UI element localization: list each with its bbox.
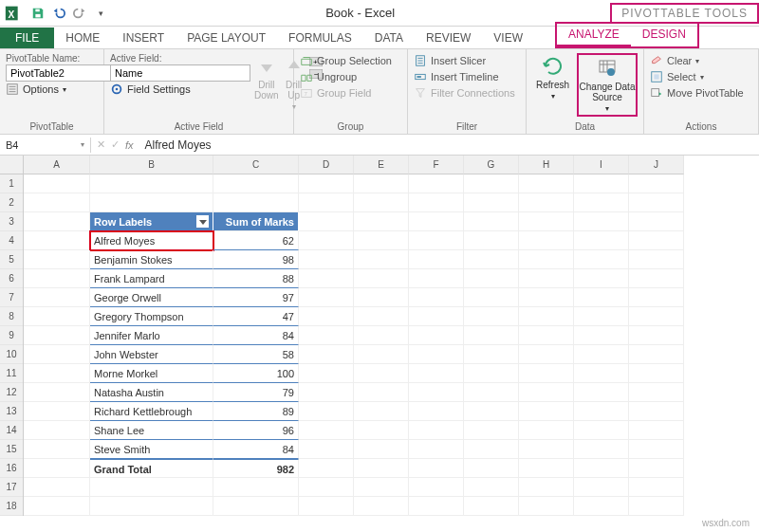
cell[interactable] — [629, 326, 684, 345]
row-header-4[interactable]: 4 — [0, 231, 23, 250]
cell[interactable] — [574, 421, 629, 440]
cell[interactable] — [299, 497, 354, 516]
pivot-row-value[interactable]: 62 — [213, 231, 299, 250]
cell[interactable] — [464, 497, 519, 516]
cell[interactable] — [409, 478, 464, 497]
cell[interactable] — [299, 269, 354, 288]
active-field-input[interactable] — [110, 64, 250, 82]
formula-input[interactable]: Alfred Moyes — [139, 137, 759, 154]
cell[interactable] — [354, 174, 409, 193]
row-header-14[interactable]: 14 — [0, 421, 23, 440]
cell[interactable] — [574, 364, 629, 383]
pivot-row-value[interactable]: 47 — [213, 307, 299, 326]
row-header-13[interactable]: 13 — [0, 402, 23, 421]
cell[interactable] — [354, 250, 409, 269]
cell[interactable] — [354, 497, 409, 516]
cell[interactable] — [90, 193, 213, 212]
column-header-J[interactable]: J — [629, 156, 684, 174]
enter-icon[interactable]: ✓ — [111, 138, 120, 151]
tab-home[interactable]: HOME — [54, 28, 111, 48]
tab-design[interactable]: DESIGN — [631, 24, 697, 46]
cell[interactable] — [409, 345, 464, 364]
column-header-G[interactable]: G — [464, 156, 519, 174]
cell[interactable] — [574, 383, 629, 402]
cell[interactable] — [629, 250, 684, 269]
cell[interactable] — [24, 250, 90, 269]
grand-total-label[interactable]: Grand Total — [90, 459, 213, 478]
row-header-16[interactable]: 16 — [0, 459, 23, 478]
cell[interactable] — [629, 497, 684, 516]
cell[interactable] — [574, 459, 629, 478]
cell[interactable] — [464, 402, 519, 421]
cell[interactable] — [354, 402, 409, 421]
pivot-row-value[interactable]: 84 — [213, 326, 299, 345]
cell[interactable] — [409, 269, 464, 288]
cell[interactable] — [574, 440, 629, 459]
cell[interactable] — [574, 326, 629, 345]
pivot-row-value[interactable]: 98 — [213, 250, 299, 269]
cell[interactable] — [24, 421, 90, 440]
cell[interactable] — [464, 269, 519, 288]
pivot-row-label[interactable]: Frank Lampard — [90, 269, 213, 288]
filter-dropdown-icon[interactable] — [196, 215, 209, 228]
row-header-2[interactable]: 2 — [0, 193, 23, 212]
pivot-row-label[interactable]: Gregory Thompson — [90, 307, 213, 326]
cell[interactable] — [409, 288, 464, 307]
cell[interactable] — [213, 478, 299, 497]
cell[interactable] — [629, 174, 684, 193]
cell[interactable] — [354, 231, 409, 250]
cell[interactable] — [299, 421, 354, 440]
cell[interactable] — [629, 193, 684, 212]
cell[interactable] — [299, 212, 354, 231]
cell[interactable] — [354, 288, 409, 307]
cell[interactable] — [24, 497, 90, 516]
cell[interactable] — [464, 193, 519, 212]
cell[interactable] — [409, 326, 464, 345]
cell[interactable] — [464, 288, 519, 307]
cell[interactable] — [409, 231, 464, 250]
cell[interactable] — [354, 440, 409, 459]
cell[interactable] — [409, 402, 464, 421]
cell[interactable] — [574, 231, 629, 250]
cell[interactable] — [464, 307, 519, 326]
pivot-row-label[interactable]: Jennifer Marlo — [90, 326, 213, 345]
pivot-row-value[interactable]: 96 — [213, 421, 299, 440]
row-header-3[interactable]: 3 — [0, 212, 23, 231]
cell[interactable] — [519, 402, 574, 421]
cell[interactable] — [409, 497, 464, 516]
pivot-row-value[interactable]: 100 — [213, 364, 299, 383]
redo-icon[interactable] — [70, 4, 89, 23]
cell[interactable] — [519, 345, 574, 364]
grand-total-value[interactable]: 982 — [213, 459, 299, 478]
cell[interactable] — [213, 193, 299, 212]
cell[interactable] — [354, 421, 409, 440]
pivot-row-label[interactable]: Benjamin Stokes — [90, 250, 213, 269]
cell[interactable] — [574, 212, 629, 231]
cell[interactable] — [213, 174, 299, 193]
cell[interactable] — [574, 250, 629, 269]
cell[interactable] — [299, 478, 354, 497]
cell[interactable] — [24, 345, 90, 364]
cell[interactable] — [24, 459, 90, 478]
cell[interactable] — [409, 440, 464, 459]
cell[interactable] — [464, 421, 519, 440]
cell[interactable] — [574, 269, 629, 288]
cell[interactable] — [519, 269, 574, 288]
cell[interactable] — [24, 193, 90, 212]
cell[interactable] — [354, 193, 409, 212]
cell[interactable] — [464, 364, 519, 383]
cell[interactable] — [464, 383, 519, 402]
cell[interactable] — [354, 307, 409, 326]
cell[interactable] — [409, 193, 464, 212]
cell[interactable] — [24, 269, 90, 288]
cell[interactable] — [574, 174, 629, 193]
cell[interactable] — [629, 459, 684, 478]
pivot-row-label[interactable]: Alfred Moyes — [90, 231, 213, 250]
cell[interactable] — [354, 364, 409, 383]
cell[interactable] — [519, 250, 574, 269]
pivot-row-value[interactable]: 79 — [213, 383, 299, 402]
cell[interactable] — [354, 212, 409, 231]
pivot-row-label[interactable]: Steve Smith — [90, 440, 213, 459]
cell[interactable] — [574, 345, 629, 364]
row-header-8[interactable]: 8 — [0, 307, 23, 326]
